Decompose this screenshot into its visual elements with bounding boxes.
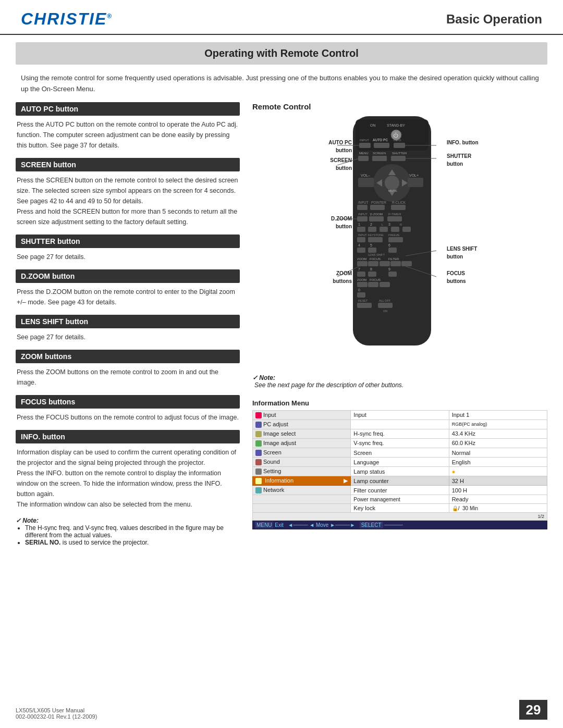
svg-text:FREEZE: FREEZE (388, 233, 400, 237)
table-row: Image select H-sync freq. 43.4 KHz (253, 429, 547, 438)
svg-text:8: 8 (370, 267, 372, 271)
callout-zoom: ZOOMbuttons (311, 269, 352, 285)
svg-rect-60 (357, 248, 365, 253)
section-body-screen: Press the SCREEN button on the remote co… (16, 175, 240, 227)
svg-point-27 (385, 176, 399, 190)
table-row: Image adjust V-sync freq. 60.0 KHz (253, 438, 547, 448)
svg-rect-76 (368, 272, 376, 277)
section-heading-focus: FOCUS buttons (16, 395, 240, 409)
svg-text:STAND-BY: STAND-BY (387, 124, 405, 127)
callout-shutter: SHUTTERbutton (447, 152, 488, 167)
svg-rect-50 (402, 227, 411, 232)
svg-rect-87 (357, 303, 372, 308)
svg-text:INPUT: INPUT (358, 201, 369, 204)
svg-rect-75 (357, 272, 365, 277)
note-remote-text: See the next page for the description of… (252, 381, 547, 389)
note-remote-title: ✓ Note: (252, 374, 275, 381)
info-menu-table: Input Input Input 1 PC adjust RGB(PC ana… (252, 410, 547, 521)
callout-info: INFO. button (447, 138, 488, 146)
page-number: 29 (519, 700, 547, 720)
table-row: Screen Screen Normal (253, 448, 547, 457)
section-body-focus: Press the FOCUS buttons on the remote co… (16, 412, 240, 423)
svg-rect-54 (357, 237, 365, 242)
svg-rect-56 (388, 237, 403, 242)
svg-rect-69 (380, 261, 390, 266)
svg-text:6: 6 (388, 243, 390, 247)
svg-text:VOL+: VOL+ (409, 174, 419, 177)
svg-text:ZOOM: ZOOM (357, 257, 366, 261)
section-heading-dzoom: D.ZOOM button (16, 269, 240, 283)
svg-rect-61 (368, 248, 376, 253)
note-item-2: SERIAL NO. is used to service the projec… (25, 539, 240, 546)
page-title-bar: Operating with Remote Control (16, 42, 547, 65)
svg-rect-34 (391, 205, 406, 210)
section-heading-auto-pc: AUTO PC button (16, 102, 240, 116)
svg-rect-82 (380, 282, 390, 287)
svg-text:AUTO PC: AUTO PC (373, 138, 388, 142)
svg-text:INPUT: INPUT (360, 139, 369, 142)
table-row: Input Input Input 1 (253, 410, 547, 419)
section-heading-info: INFO. button (16, 430, 240, 443)
svg-rect-68 (368, 261, 378, 266)
section-body-info: Information display can be used to confi… (16, 447, 240, 510)
svg-text:FOCUS: FOCUS (370, 257, 381, 261)
svg-text:RESET: RESET (358, 299, 368, 302)
svg-text:ZOOM: ZOOM (357, 278, 366, 281)
svg-text:ALL OFF: ALL OFF (379, 299, 391, 302)
section-body-dzoom: Press the D.ZOOM button on the remote co… (16, 287, 240, 307)
note-title: ✓ Note: (16, 517, 39, 524)
svg-rect-47 (368, 227, 376, 232)
svg-rect-55 (368, 237, 383, 242)
svg-rect-46 (357, 227, 365, 232)
svg-text:R-CLICK: R-CLICK (392, 201, 406, 204)
svg-rect-77 (388, 272, 397, 277)
svg-text:POINTER: POINTER (371, 201, 386, 204)
svg-rect-70 (390, 261, 401, 266)
table-row: Key lock 🔒/ 30 Min (253, 504, 547, 513)
svg-rect-88 (378, 303, 393, 308)
section-body-zoom: Press the ZOOM buttons on the remote con… (16, 367, 240, 388)
note-item-1: The H-sync freq. and V-sync freq. values… (25, 524, 240, 539)
svg-rect-62 (388, 248, 397, 253)
svg-text:INPUT: INPUT (358, 233, 367, 237)
svg-text:INPUT: INPUT (358, 213, 368, 216)
svg-rect-33 (370, 205, 385, 210)
svg-text:SCREEN: SCREEN (373, 152, 386, 155)
svg-rect-39 (369, 216, 384, 221)
svg-rect-32 (357, 205, 368, 210)
callout-focus: FOCUSbuttons (447, 269, 488, 285)
svg-text:3: 3 (388, 223, 390, 226)
header-title: Basic Operation (446, 12, 542, 27)
remote-wrapper: ON STAND-BY ⏻ INPUT AUTO PC INFO. MENU (311, 115, 488, 367)
info-menu-area: Information Menu Input Input Input 1 PC … (252, 399, 547, 530)
svg-text:5: 5 (370, 243, 372, 247)
callout-screen: SCREENbutton (311, 156, 352, 171)
svg-text:MUTE: MUTE (388, 189, 397, 192)
svg-rect-16 (372, 156, 387, 161)
callout-auto-pc: AUTO PCbutton (311, 138, 352, 154)
remote-label: Remote Control (252, 102, 547, 111)
svg-rect-40 (387, 216, 402, 221)
svg-text:ON: ON (370, 124, 376, 127)
svg-text:FILTER: FILTER (388, 257, 399, 261)
svg-rect-11 (394, 143, 405, 148)
logo-text: CHRISTIE® (21, 9, 113, 28)
svg-text:INFO.: INFO. (394, 139, 402, 142)
svg-rect-22 (408, 178, 423, 187)
left-column: AUTO PC button Press the AUTO PC button … (16, 102, 240, 550)
manual-name: LX505/LX605 User Manual (16, 707, 97, 713)
svg-text:0: 0 (358, 288, 360, 292)
svg-text:2: 2 (370, 223, 372, 226)
svg-rect-15 (358, 156, 369, 161)
table-row: Power management Ready (253, 495, 547, 504)
section-body-lensshift: See page 27 for details. (16, 332, 240, 342)
callout-dzoom: D.ZOOMbutton (311, 214, 352, 230)
footer-left: LX505/LX605 User Manual 002-000232-01 Re… (16, 707, 97, 720)
logo: CHRISTIE® (21, 9, 113, 29)
svg-text:LENS SHIFT: LENS SHIFT (368, 253, 385, 256)
svg-text:D.ZOOM: D.ZOOM (370, 213, 383, 216)
svg-rect-10 (374, 143, 389, 148)
section-heading-lensshift: LENS SHIFT button (16, 315, 240, 328)
svg-rect-17 (391, 156, 406, 161)
svg-text:ON: ON (383, 310, 387, 313)
